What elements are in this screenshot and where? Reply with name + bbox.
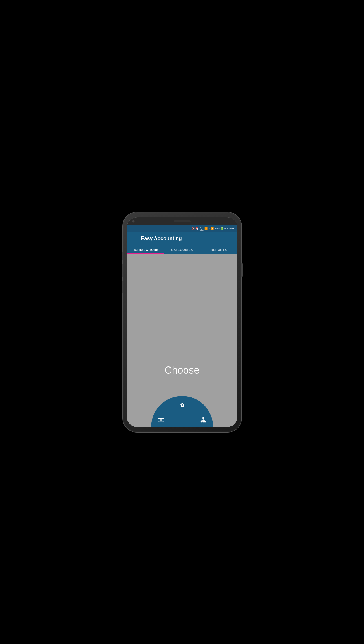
svg-rect-5 [204,421,206,422]
sim2-icon: 2 [208,227,210,230]
tab-transactions[interactable]: TRANSACTIONS [127,245,164,254]
svg-rect-2 [202,417,204,419]
fab-hierarchy-button[interactable] [200,417,206,423]
status-icons: 🔇 ⏰ VoLTE 📶 2 📶 60% 🔋 5:10 PM [192,226,234,231]
battery-icon: 🔋 [220,227,224,230]
signal-icon: 📶 [211,227,214,230]
tab-reports[interactable]: REPORTS [200,245,237,254]
money-bag-icon [179,402,185,408]
status-bar: 🔇 ⏰ VoLTE 📶 2 📶 60% 🔋 5:10 PM [127,225,237,232]
cash-icon [158,417,164,423]
volte-icon: VoLTE [200,226,204,231]
power-button [241,263,243,277]
time-display: 5:10 PM [224,227,234,230]
tab-categories[interactable]: CATEGORIES [164,245,200,254]
fab-cash-button[interactable] [158,417,164,423]
back-button[interactable]: ← [131,235,137,242]
app-header: ← Easy Accounting [127,232,237,245]
svg-point-1 [160,419,162,421]
earpiece-speaker [174,220,191,222]
battery-percent: 60% [215,227,220,230]
volume-silent-button [122,252,123,260]
volume-up-button [122,264,123,277]
hierarchy-icon [200,417,206,423]
app-title: Easy Accounting [141,236,182,242]
fab-menu[interactable] [151,396,213,427]
front-camera [132,220,135,223]
phone-screen: 🔇 ⏰ VoLTE 📶 2 📶 60% 🔋 5:10 PM ← Easy Acc… [127,217,237,427]
choose-label: Choose [164,364,199,376]
mute-icon: 🔇 [192,227,195,230]
phone-top-hardware [127,217,237,225]
wifi-icon: 📶 [204,227,208,230]
main-content: Choose [127,254,237,427]
alarm-icon: ⏰ [196,227,199,230]
volume-down-button [122,281,123,293]
phone-device: 🔇 ⏰ VoLTE 📶 2 📶 60% 🔋 5:10 PM ← Easy Acc… [123,212,241,432]
svg-rect-4 [202,421,204,422]
tab-bar: TRANSACTIONS CATEGORIES REPORTS [127,245,237,254]
fab-center-button[interactable] [177,399,188,411]
svg-rect-3 [200,421,202,422]
